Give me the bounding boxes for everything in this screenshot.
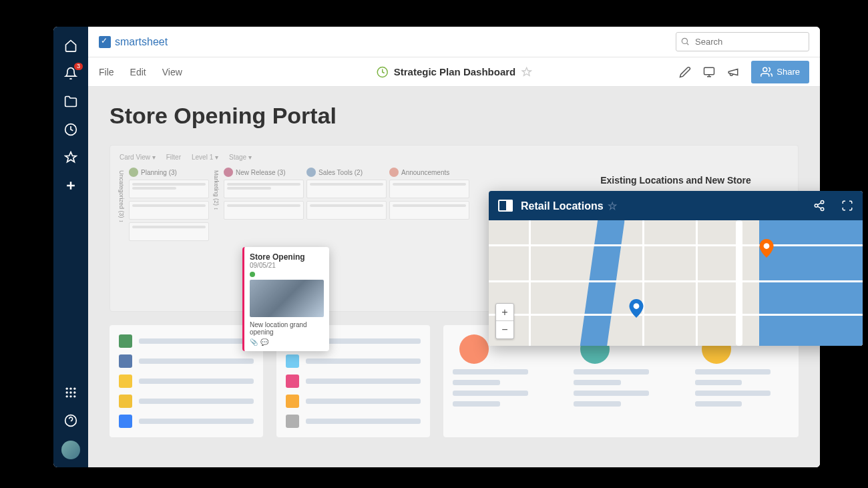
file-row[interactable] bbox=[119, 415, 254, 428]
help-icon[interactable] bbox=[63, 413, 79, 429]
menu-file[interactable]: File bbox=[99, 67, 114, 77]
favorites-icon[interactable] bbox=[63, 150, 79, 166]
svg-point-8 bbox=[69, 395, 71, 397]
svg-point-4 bbox=[66, 391, 68, 393]
user-avatar[interactable] bbox=[61, 441, 80, 459]
menu-view[interactable]: View bbox=[162, 67, 182, 77]
menu-edit[interactable]: Edit bbox=[130, 67, 146, 77]
topbar-brand-row: smartsheet bbox=[88, 27, 820, 57]
svg-rect-13 bbox=[704, 67, 714, 75]
brand-logo-icon bbox=[99, 36, 111, 48]
zoom-control: + − bbox=[495, 303, 514, 339]
card-detail-popup[interactable]: Store Opening 09/05/21 New location gran… bbox=[242, 247, 329, 351]
lane-title: Sales Tools (2) bbox=[318, 169, 363, 176]
svg-point-14 bbox=[821, 201, 824, 204]
brand[interactable]: smartsheet bbox=[99, 36, 168, 48]
board-tool[interactable]: Stage ▾ bbox=[226, 152, 254, 162]
swimlane-label[interactable]: Marketing (2) ↕ bbox=[212, 168, 221, 301]
doc-title: Strategic Plan Dashboard bbox=[394, 66, 516, 77]
svg-point-7 bbox=[66, 395, 68, 397]
swimlane-label[interactable]: Uncategorized (3) ↕ bbox=[117, 168, 126, 301]
lane-title: Announcements bbox=[401, 169, 449, 176]
favorite-star-icon[interactable] bbox=[521, 67, 531, 77]
present-icon[interactable] bbox=[703, 66, 715, 78]
topbar-menu-row: File Edit View Strategic Plan Dashboard … bbox=[88, 57, 820, 87]
zoom-out-button[interactable]: − bbox=[496, 321, 513, 338]
share-button[interactable]: Share bbox=[751, 61, 809, 83]
dashboard-icon bbox=[377, 66, 389, 78]
board-tool[interactable]: Card View ▾ bbox=[117, 152, 158, 162]
file-row[interactable] bbox=[119, 395, 254, 408]
svg-point-11 bbox=[682, 38, 687, 43]
menu-items: File Edit View bbox=[99, 67, 182, 77]
svg-point-5 bbox=[69, 391, 71, 393]
search-icon bbox=[680, 37, 690, 46]
svg-point-3 bbox=[73, 388, 75, 390]
announce-icon[interactable] bbox=[727, 66, 739, 78]
map-header: Retail Locations☆ bbox=[489, 191, 863, 220]
add-icon[interactable] bbox=[63, 178, 79, 194]
home-icon[interactable] bbox=[63, 37, 79, 53]
map-pin-icon[interactable] bbox=[759, 239, 774, 258]
card-description: New location grand opening bbox=[250, 321, 324, 336]
lane-title: New Release (3) bbox=[236, 169, 285, 176]
panel-layout-icon[interactable] bbox=[498, 200, 513, 212]
people-icon bbox=[761, 66, 773, 78]
file-row[interactable] bbox=[286, 395, 421, 408]
card-date: 09/05/21 bbox=[250, 262, 324, 269]
status-dot-icon bbox=[250, 272, 255, 277]
svg-point-15 bbox=[815, 204, 818, 208]
notifications-icon[interactable]: 3 bbox=[63, 65, 79, 81]
svg-point-9 bbox=[73, 395, 75, 397]
attachment-icon[interactable]: 📎 bbox=[250, 338, 258, 346]
map-panel: Retail Locations☆ + − bbox=[489, 191, 863, 346]
map-title: Retail Locations☆ bbox=[521, 200, 805, 212]
share-label: Share bbox=[777, 67, 800, 77]
zoom-in-button[interactable]: + bbox=[496, 304, 513, 321]
recents-icon[interactable] bbox=[63, 121, 79, 138]
folder-icon[interactable] bbox=[63, 93, 79, 109]
map-pin-icon[interactable] bbox=[629, 299, 644, 318]
comment-icon[interactable]: 💬 bbox=[260, 338, 268, 346]
file-row[interactable] bbox=[119, 334, 254, 348]
fullscreen-icon[interactable] bbox=[841, 200, 853, 212]
lane-title: Planning (3) bbox=[141, 169, 177, 176]
card-image bbox=[250, 280, 324, 317]
board-toolbar: Card View ▾ Filter Level 1 ▾ Stage ▾ bbox=[117, 152, 791, 162]
svg-point-18 bbox=[764, 243, 770, 249]
notification-badge: 3 bbox=[74, 63, 83, 70]
file-row[interactable] bbox=[119, 375, 254, 388]
share-icon[interactable] bbox=[813, 200, 825, 212]
search-box bbox=[676, 32, 809, 51]
file-row[interactable] bbox=[119, 354, 254, 368]
svg-point-6 bbox=[73, 391, 75, 393]
file-list-widget-1[interactable] bbox=[110, 325, 263, 437]
svg-point-1 bbox=[66, 388, 68, 390]
nav-rail: 3 bbox=[53, 27, 88, 467]
board-tool[interactable]: Filter bbox=[164, 152, 184, 162]
svg-point-2 bbox=[69, 388, 71, 390]
brand-label: smartsheet bbox=[115, 36, 168, 48]
search-input[interactable] bbox=[676, 32, 809, 51]
map-body[interactable]: + − bbox=[489, 220, 863, 346]
card-title: Store Opening bbox=[250, 252, 324, 262]
card-meta-icons: 📎 💬 bbox=[250, 338, 324, 346]
file-row[interactable] bbox=[286, 415, 421, 428]
kanban-lane: Planning (3) bbox=[129, 168, 209, 301]
board-tool[interactable]: Level 1 ▾ bbox=[189, 152, 221, 162]
page-title: Store Opening Portal bbox=[110, 103, 799, 129]
svg-point-16 bbox=[821, 208, 824, 211]
right-actions: Share bbox=[679, 61, 809, 83]
svg-point-17 bbox=[634, 303, 640, 309]
file-row[interactable] bbox=[286, 375, 421, 388]
file-row[interactable] bbox=[286, 354, 421, 368]
apps-icon[interactable] bbox=[63, 385, 79, 401]
kanban-lane: Announcements bbox=[389, 168, 469, 301]
edit-icon[interactable] bbox=[679, 66, 691, 78]
doc-title-wrap: Strategic Plan Dashboard bbox=[377, 66, 532, 78]
map-section-label: Existing Locations and New Store bbox=[489, 175, 863, 186]
map-favorite-icon[interactable]: ☆ bbox=[608, 200, 617, 212]
